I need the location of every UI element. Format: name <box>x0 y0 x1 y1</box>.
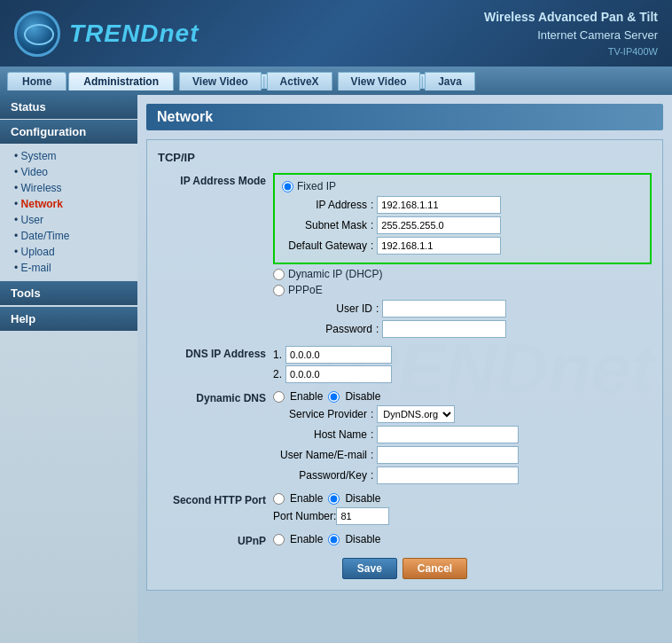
header: TRENDnet Wireless Advanced Pan & Tilt In… <box>0 0 672 67</box>
sidebar: Status Configuration • System • Video • … <box>0 95 137 643</box>
port-number-row: Port Number : <box>273 507 652 525</box>
upnp-content: Enable Disable <box>273 533 652 547</box>
logo-area: TRENDnet <box>14 11 199 57</box>
dns-2-number: 2. <box>273 368 282 380</box>
dynamic-dns-content: Enable Disable Service Provider : DynDNS… <box>273 390 652 487</box>
default-gateway-input[interactable] <box>377 237 501 255</box>
host-name-row: Host Name : <box>273 426 652 443</box>
subnet-mask-input[interactable] <box>377 216 501 234</box>
dynamic-dns-label: Dynamic DNS <box>158 390 273 487</box>
sidebar-section-status[interactable]: Status <box>0 95 137 119</box>
password-key-input[interactable] <box>377 467 519 484</box>
dynamic-dns-enable-radio[interactable] <box>273 391 285 403</box>
user-id-input[interactable] <box>382 300 506 318</box>
dynamic-dns-disable-radio[interactable] <box>328 391 340 403</box>
dns-2-row: 2. <box>273 365 652 383</box>
upnp-disable-radio[interactable] <box>328 534 340 545</box>
service-provider-label: Service Provider <box>273 408 371 420</box>
tab-administration[interactable]: Administration <box>68 72 174 90</box>
pppoe-label: PPPoE <box>288 284 323 296</box>
upnp-label: UPnP <box>158 533 273 547</box>
upnp-enable-radio[interactable] <box>273 534 285 545</box>
service-provider-row: Service Provider : DynDNS.org No-IP.com … <box>273 405 652 423</box>
user-id-label: User ID <box>287 302 376 315</box>
sidebar-item-system[interactable]: • System <box>0 148 137 164</box>
button-row: Save Cancel <box>158 558 652 579</box>
http-port-disable-label: Disable <box>345 492 380 505</box>
default-gateway-label: Default Gateway <box>282 239 371 252</box>
http-port-toggle-row: Enable Disable <box>273 492 652 505</box>
ip-address-row: IP Address : <box>282 196 643 214</box>
dns-2-input[interactable] <box>285 365 392 383</box>
tab-java[interactable]: Java <box>425 72 475 90</box>
ip-mode-row: IP Address Mode Fixed IP IP Address : <box>158 173 652 341</box>
sidebar-item-email[interactable]: • E-mail <box>0 260 137 276</box>
upnp-toggle-row: Enable Disable <box>273 533 652 545</box>
pppoe-password-input[interactable] <box>382 320 506 338</box>
product-name: Internet Camera Server <box>484 27 658 44</box>
fixed-ip-radio-row: Fixed IP <box>282 180 643 192</box>
port-number-label: Port Number <box>273 510 333 522</box>
sidebar-section-help[interactable]: Help <box>0 307 137 331</box>
http-port-disable-radio[interactable] <box>328 493 340 505</box>
dns-1-input[interactable] <box>285 346 392 364</box>
sidebar-configuration-items: • System • Video • Wireless • Network • … <box>0 145 137 279</box>
tab-activex[interactable]: ActiveX <box>267 72 332 90</box>
sidebar-section-configuration[interactable]: Configuration <box>0 120 137 144</box>
fixed-ip-radio[interactable] <box>282 181 293 192</box>
http-port-label: Second HTTP Port <box>158 492 273 528</box>
logo-suffix: net <box>159 20 199 47</box>
fixed-ip-label: Fixed IP <box>297 180 336 192</box>
logo-icon <box>14 11 60 57</box>
sidebar-item-upload[interactable]: • Upload <box>0 244 137 260</box>
http-port-content: Enable Disable Port Number : <box>273 492 652 528</box>
http-port-row: Second HTTP Port Enable Disable Port Num… <box>158 492 652 528</box>
password-key-row: Password/Key : <box>273 467 652 484</box>
tab-view-video-activex[interactable]: View Video <box>179 72 262 90</box>
user-name-email-label: User Name/E-mail <box>273 449 371 461</box>
cancel-button[interactable]: Cancel <box>402 558 467 579</box>
dns-1-row: 1. <box>273 346 652 364</box>
sidebar-item-datetime[interactable]: • Date/Time <box>0 228 137 244</box>
dns-content: 1. 2. <box>273 346 652 385</box>
subnet-mask-row: Subnet Mask : <box>282 216 643 234</box>
tab-view-video-java[interactable]: View Video <box>338 72 420 90</box>
tab-home[interactable]: Home <box>7 72 66 90</box>
dynamic-dns-row: Dynamic DNS Enable Disable Service Provi… <box>158 390 652 487</box>
ip-address-input[interactable] <box>377 196 501 214</box>
sidebar-section-tools[interactable]: Tools <box>0 281 137 305</box>
user-id-row: User ID : <box>273 300 652 318</box>
save-button[interactable]: Save <box>342 558 397 579</box>
nav-tabs: Home Administration View Video | ActiveX… <box>0 67 672 95</box>
dynamic-dns-toggle-row: Enable Disable <box>273 390 652 403</box>
sidebar-item-wireless[interactable]: • Wireless <box>0 180 137 196</box>
ip-mode-label: IP Address Mode <box>158 173 273 341</box>
port-number-input[interactable] <box>336 507 389 525</box>
upnp-enable-label: Enable <box>290 533 323 545</box>
pppoe-radio-row: PPPoE <box>273 284 652 296</box>
dynamic-ip-label: Dynamic IP (DHCP) <box>288 268 382 280</box>
pppoe-password-row: Password : <box>273 320 652 338</box>
dynamic-dns-enable-label: Enable <box>290 390 323 403</box>
sidebar-item-user[interactable]: • User <box>0 212 137 228</box>
dynamic-ip-radio-row: Dynamic IP (DHCP) <box>273 268 652 280</box>
host-name-label: Host Name <box>273 428 371 441</box>
pppoe-radio[interactable] <box>273 285 285 296</box>
sidebar-item-network[interactable]: • Network <box>0 196 137 212</box>
dns-1-number: 1. <box>273 349 282 361</box>
logo-prefix: TREND <box>69 20 159 47</box>
user-name-email-input[interactable] <box>377 446 519 464</box>
dns-label: DNS IP Address <box>158 346 273 385</box>
http-port-enable-radio[interactable] <box>273 493 285 505</box>
host-name-input[interactable] <box>377 426 519 443</box>
upnp-disable-label: Disable <box>345 533 380 545</box>
model-number: TV-IP400W <box>484 44 658 59</box>
pppoe-password-label: Password <box>287 323 376 335</box>
upnp-row: UPnP Enable Disable <box>158 533 652 547</box>
service-provider-select[interactable]: DynDNS.org No-IP.com TZO.com <box>377 405 455 423</box>
section-title: TCP/IP <box>158 151 652 164</box>
sidebar-item-video[interactable]: • Video <box>0 164 137 180</box>
subnet-mask-label: Subnet Mask <box>282 219 371 231</box>
http-port-enable-label: Enable <box>290 492 323 505</box>
dynamic-ip-radio[interactable] <box>273 269 285 280</box>
